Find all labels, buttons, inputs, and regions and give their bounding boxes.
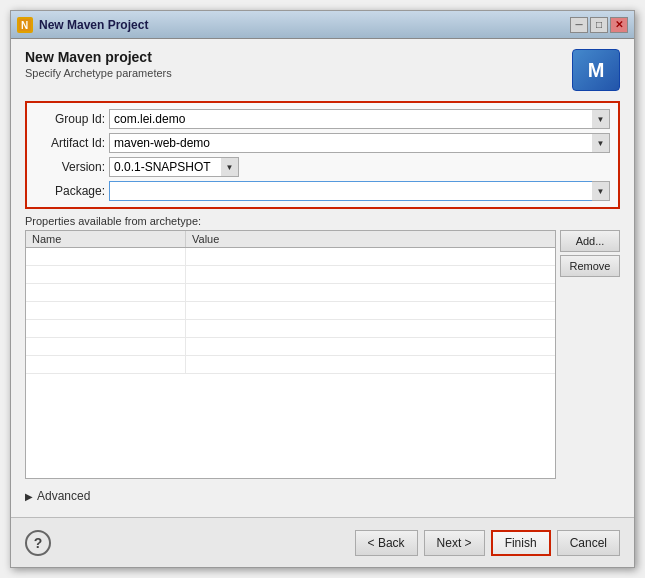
table-row <box>26 266 555 284</box>
value-cell <box>186 356 555 373</box>
name-cell <box>26 320 186 337</box>
properties-label: Properties available from archetype: <box>25 215 620 227</box>
group-id-wrapper: ▼ <box>109 109 610 129</box>
name-cell <box>26 302 186 319</box>
properties-section: Properties available from archetype: Nam… <box>25 215 620 479</box>
title-bar: N New Maven Project ─ □ ✕ <box>11 11 634 39</box>
value-cell <box>186 266 555 283</box>
value-cell <box>186 338 555 355</box>
package-input[interactable] <box>109 181 610 201</box>
main-window: N New Maven Project ─ □ ✕ New Maven proj… <box>10 10 635 568</box>
table-body <box>26 248 555 478</box>
advanced-section[interactable]: ▶ Advanced <box>25 485 620 507</box>
name-cell <box>26 284 186 301</box>
value-cell <box>186 284 555 301</box>
table-row <box>26 320 555 338</box>
package-row: Package: ▼ <box>35 181 610 201</box>
window-controls: ─ □ ✕ <box>570 17 628 33</box>
remove-button[interactable]: Remove <box>560 255 620 277</box>
table-header: Name Value <box>26 231 555 248</box>
group-id-label: Group Id: <box>35 112 105 126</box>
value-cell <box>186 320 555 337</box>
artifact-id-row: Artifact Id: ▼ <box>35 133 610 153</box>
version-label: Version: <box>35 160 105 174</box>
name-cell <box>26 338 186 355</box>
properties-table: Name Value <box>25 230 556 479</box>
package-label: Package: <box>35 184 105 198</box>
cancel-button[interactable]: Cancel <box>557 530 620 556</box>
minimize-button[interactable]: ─ <box>570 17 588 33</box>
finish-button[interactable]: Finish <box>491 530 551 556</box>
header-text: New Maven project Specify Archetype para… <box>25 49 172 79</box>
advanced-label[interactable]: Advanced <box>37 489 90 503</box>
window-icon: N <box>17 17 33 33</box>
maven-logo: M <box>572 49 620 91</box>
name-cell <box>26 266 186 283</box>
svg-text:N: N <box>21 20 28 31</box>
table-row <box>26 356 555 374</box>
artifact-id-label: Artifact Id: <box>35 136 105 150</box>
group-id-input[interactable] <box>109 109 610 129</box>
value-cell <box>186 248 555 265</box>
help-button[interactable]: ? <box>25 530 51 556</box>
dialog-subtitle: Specify Archetype parameters <box>25 67 172 79</box>
table-row <box>26 248 555 266</box>
table-row <box>26 338 555 356</box>
artifact-id-input[interactable] <box>109 133 610 153</box>
name-cell <box>26 248 186 265</box>
artifact-id-wrapper: ▼ <box>109 133 610 153</box>
archetype-params-form: Group Id: ▼ Artifact Id: ▼ Version: <box>25 101 620 209</box>
table-row <box>26 302 555 320</box>
advanced-expand-icon: ▶ <box>25 491 33 502</box>
back-button[interactable]: < Back <box>355 530 418 556</box>
version-input-row: ▼ <box>109 157 239 177</box>
value-cell <box>186 302 555 319</box>
dialog-footer: ? < Back Next > Finish Cancel <box>11 517 634 567</box>
close-button[interactable]: ✕ <box>610 17 628 33</box>
window-title: New Maven Project <box>39 18 570 32</box>
dialog-content: New Maven project Specify Archetype para… <box>11 39 634 517</box>
name-column-header: Name <box>26 231 186 247</box>
value-column-header: Value <box>186 231 555 247</box>
next-button[interactable]: Next > <box>424 530 485 556</box>
name-cell <box>26 356 186 373</box>
group-id-row: Group Id: ▼ <box>35 109 610 129</box>
maximize-button[interactable]: □ <box>590 17 608 33</box>
properties-table-container: Name Value <box>25 230 620 479</box>
version-input[interactable] <box>109 157 239 177</box>
table-row <box>26 284 555 302</box>
table-action-buttons: Add... Remove <box>560 230 620 479</box>
version-row: Version: ▼ <box>35 157 610 177</box>
dialog-header: New Maven project Specify Archetype para… <box>25 49 620 91</box>
package-wrapper: ▼ <box>109 181 610 201</box>
add-button[interactable]: Add... <box>560 230 620 252</box>
footer-buttons: < Back Next > Finish Cancel <box>51 530 620 556</box>
dialog-title: New Maven project <box>25 49 172 65</box>
